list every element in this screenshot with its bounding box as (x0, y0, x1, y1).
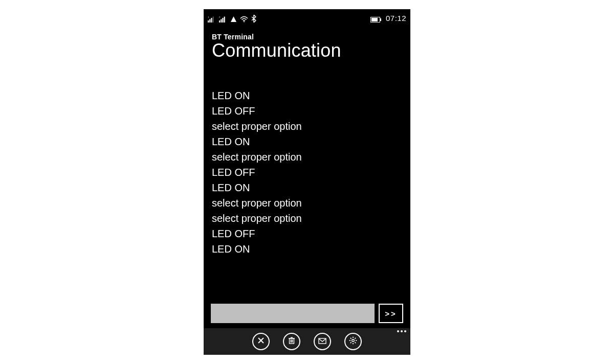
phone-screen: 1 2 (204, 9, 410, 355)
signal-sim2-icon: 2 (219, 16, 227, 22)
send-button[interactable]: >> (379, 304, 403, 323)
more-button[interactable] (397, 330, 406, 332)
app-bar (204, 328, 410, 355)
trash-icon (288, 336, 295, 347)
status-right: 07:12 (370, 14, 406, 22)
svg-rect-13 (371, 18, 378, 21)
log-line: select proper option (212, 119, 402, 134)
mail-button[interactable] (314, 333, 331, 350)
input-row: >> (204, 299, 410, 328)
status-left: 1 2 (208, 15, 256, 22)
gear-icon (349, 336, 357, 347)
svg-point-11 (244, 21, 245, 22)
close-button[interactable] (252, 333, 270, 350)
log-line: LED ON (212, 88, 402, 103)
svg-line-31 (350, 343, 352, 344)
bluetooth-icon (251, 15, 256, 22)
svg-rect-0 (208, 20, 209, 22)
svg-marker-10 (231, 16, 236, 22)
header: BT Terminal Communication (204, 24, 410, 64)
svg-rect-8 (224, 17, 225, 23)
log-line: select proper option (212, 195, 402, 211)
svg-line-30 (355, 343, 356, 344)
dot-icon (401, 330, 403, 332)
clock: 07:12 (386, 14, 406, 22)
message-input[interactable] (211, 304, 375, 323)
svg-text:2: 2 (219, 16, 221, 18)
svg-rect-2 (211, 18, 212, 22)
log-line: select proper option (212, 149, 402, 165)
svg-rect-7 (222, 18, 223, 22)
delete-button[interactable] (283, 333, 300, 350)
log-line: LED ON (212, 180, 402, 195)
svg-rect-14 (380, 18, 381, 21)
signal-sim1-icon: 1 (208, 16, 216, 22)
dot-icon (397, 330, 399, 332)
log-line: LED OFF (212, 165, 402, 180)
log-line: select proper option (212, 211, 402, 226)
svg-point-24 (352, 339, 355, 342)
settings-button[interactable] (344, 333, 362, 350)
svg-rect-3 (213, 17, 214, 23)
log-line: LED OFF (212, 103, 402, 119)
log-line: LED ON (212, 241, 402, 257)
svg-rect-5 (219, 20, 220, 22)
log-line: LED ON (212, 134, 402, 149)
terminal-log: LED ON LED OFF select proper option LED … (204, 64, 410, 299)
close-icon (257, 337, 265, 346)
dot-icon (404, 330, 406, 332)
wifi-icon (240, 16, 248, 22)
status-bar: 1 2 (204, 9, 410, 24)
log-line: LED OFF (212, 226, 402, 241)
svg-rect-1 (209, 19, 210, 23)
svg-line-29 (350, 338, 352, 339)
page-title: Communication (212, 40, 402, 61)
svg-line-32 (355, 338, 356, 339)
svg-text:1: 1 (208, 16, 209, 18)
roaming-icon (230, 16, 237, 22)
svg-rect-6 (221, 19, 222, 23)
battery-icon (370, 17, 382, 22)
mail-icon (318, 337, 326, 346)
